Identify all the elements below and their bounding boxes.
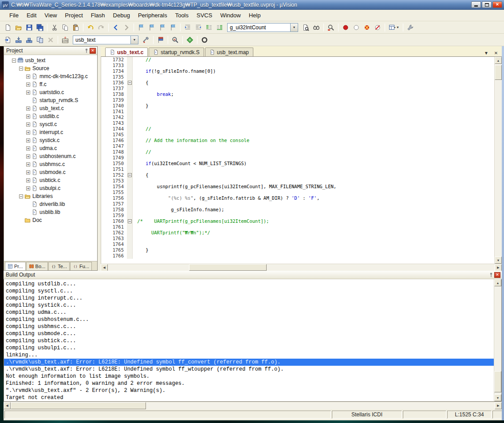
build-output-line[interactable]: compiling usbtick.c... — [4, 337, 494, 344]
expand-icon[interactable]: + — [26, 83, 30, 87]
menu-item-flash[interactable]: Flash — [87, 10, 109, 20]
menu-item-peripherals[interactable]: Peripherals — [134, 10, 171, 20]
tree-item-usbmode-c[interactable]: +usbmode.c — [4, 168, 97, 176]
translate-file-button[interactable] — [3, 35, 13, 45]
tree-item-libraries[interactable]: −Libraries — [4, 192, 97, 200]
panel-tab-fu[interactable]: ()Fu... — [70, 262, 92, 270]
file-extensions-button[interactable] — [155, 35, 166, 45]
redo-button[interactable] — [96, 23, 106, 32]
close-panel-icon[interactable]: ✕ — [90, 48, 96, 54]
tree-item-source[interactable]: −Source — [4, 64, 97, 72]
scroll-up-icon[interactable]: ▲ — [495, 57, 502, 64]
tree-item-mmc-dk-tm4c123g-c[interactable]: +mmc-dk-tm4c123g.c — [4, 72, 97, 80]
scroll-track[interactable] — [11, 402, 495, 409]
editor-vertical-scrollbar[interactable]: ▲ ▼ — [494, 57, 502, 264]
bookmark-prev-button[interactable] — [146, 23, 157, 32]
stop-build-button[interactable] — [45, 35, 56, 45]
build-output-line[interactable]: compiling udma.c... — [4, 309, 494, 316]
scroll-track[interactable] — [108, 264, 495, 271]
expand-icon[interactable]: + — [26, 138, 30, 142]
expand-icon[interactable]: + — [26, 75, 30, 79]
maximize-button[interactable] — [482, 1, 492, 8]
build-output-line[interactable]: .\rvmdk\usb_text.axf: Error: L6218E: Und… — [4, 359, 494, 366]
nav-back-button[interactable] — [110, 23, 121, 32]
scroll-thumb[interactable] — [495, 65, 502, 80]
expand-icon[interactable]: + — [26, 162, 30, 166]
tree-item-sysctl-c[interactable]: +sysctl.c — [4, 120, 97, 128]
menu-item-project[interactable]: Project — [61, 10, 87, 20]
expand-icon[interactable]: + — [26, 178, 30, 182]
bookmark-clear-all-button[interactable] — [168, 23, 178, 32]
rte-manage-button[interactable] — [185, 35, 195, 45]
expand-icon[interactable]: + — [26, 146, 30, 150]
chevron-down-icon[interactable]: ▼ — [396, 26, 399, 29]
build-output-line[interactable]: compiling interrupt.c... — [4, 295, 494, 302]
build-output-line[interactable]: linking... — [4, 352, 494, 359]
collapse-icon[interactable]: − — [12, 59, 16, 63]
batch-build-button[interactable] — [35, 35, 45, 45]
editor-horizontal-scrollbar[interactable]: ◀ ▶ — [101, 264, 502, 271]
expand-icon[interactable]: + — [26, 186, 30, 190]
build-output-line[interactable]: compiling ustdlib.c... — [4, 281, 494, 288]
build-output-line[interactable]: compiling usbhostenum.c... — [4, 316, 494, 323]
tree-item-usbhmsc-c[interactable]: +usbhmsc.c — [4, 160, 97, 168]
collapse-icon[interactable]: − — [19, 67, 23, 71]
tree-item-udma-c[interactable]: +udma.c — [4, 144, 97, 152]
paste-button[interactable] — [71, 23, 81, 32]
tree-item-systick-c[interactable]: +systick.c — [4, 136, 97, 144]
breakpoint-disable-button[interactable] — [351, 23, 362, 32]
scroll-thumb[interactable] — [11, 402, 146, 409]
menu-item-tools[interactable]: Tools — [171, 10, 193, 20]
fold-collapse-icon[interactable] — [128, 219, 132, 223]
tree-item-usblib-lib[interactable]: +usblib.lib — [4, 208, 97, 216]
scroll-down-icon[interactable]: ▼ — [494, 394, 501, 401]
tree-item-uartstdio-c[interactable]: +uartstdio.c — [4, 88, 97, 96]
scroll-track[interactable] — [495, 64, 502, 257]
window-layout-button[interactable]: ▼ — [387, 23, 401, 32]
tree-item-startup-rvmdk-s[interactable]: +startup_rvmdk.S — [4, 96, 97, 104]
build-output-line[interactable]: compiling sysctl.c... — [4, 288, 494, 295]
rebuild-all-button[interactable] — [24, 35, 35, 45]
fold-collapse-icon[interactable] — [128, 173, 132, 177]
scroll-left-icon[interactable]: ◀ — [101, 264, 108, 271]
vertical-splitter[interactable] — [98, 46, 101, 271]
scroll-up-icon[interactable]: ▲ — [494, 279, 501, 286]
new-file-button[interactable] — [3, 23, 13, 32]
cut-button[interactable] — [49, 23, 60, 32]
collapse-icon[interactable]: − — [19, 194, 23, 198]
menu-item-svcs[interactable]: SVCS — [193, 10, 216, 20]
bookmark-toggle-button[interactable] — [136, 23, 146, 32]
tree-item-interrupt-c[interactable]: +interrupt.c — [4, 128, 97, 136]
save-button[interactable] — [24, 23, 35, 32]
configure-button[interactable] — [405, 23, 416, 32]
find-in-files-next-button[interactable] — [311, 23, 322, 32]
build-output-line[interactable]: compiling usbmode.c... — [4, 330, 494, 337]
save-all-button[interactable] — [35, 23, 45, 32]
tree-item-driverlib-lib[interactable]: +driverlib.lib — [4, 200, 97, 208]
tree-item-ff-c[interactable]: +ff.c — [4, 80, 97, 88]
build-output-line[interactable]: Not enough information to list image sym… — [4, 373, 494, 380]
editor-tab-usb-text-c[interactable]: usb_text.c — [105, 47, 148, 56]
target-combobox[interactable]: usb_text ▼ — [73, 36, 138, 44]
download-flash-button[interactable]: LOAD — [60, 35, 71, 45]
search-combobox[interactable]: g_ui32IntCount ▼ — [227, 23, 298, 32]
fold-collapse-icon[interactable] — [128, 81, 132, 85]
build-horizontal-scrollbar[interactable]: ◀ ▶ — [4, 402, 502, 409]
build-target-button[interactable] — [13, 35, 24, 45]
nav-forward-button[interactable] — [121, 23, 132, 32]
bookmark-next-button[interactable] — [157, 23, 168, 32]
tree-item-usbulpi-c[interactable]: +usbulpi.c — [4, 184, 97, 192]
pack-installer-button[interactable] — [199, 35, 210, 45]
close-file-icon[interactable]: ✕ — [492, 49, 500, 56]
menu-item-debug[interactable]: Debug — [109, 10, 134, 20]
editor-tab-usb-text-map[interactable]: usb_text.map — [205, 47, 253, 56]
scroll-down-icon[interactable]: ▼ — [495, 257, 502, 264]
chevron-down-icon[interactable]: ▼ — [290, 24, 298, 32]
breakpoint-disable-all-button[interactable] — [372, 23, 383, 32]
scroll-track[interactable] — [494, 286, 501, 394]
panel-tab-pr[interactable]: Pr... — [5, 262, 26, 270]
tree-item-doc[interactable]: +Doc — [4, 216, 97, 224]
code-editor[interactable]: 1732 //17331734 if(!g_sFileInfo.fname[0]… — [101, 57, 494, 264]
tree-item-usb-text[interactable]: −usb_text — [4, 56, 97, 64]
debug-session-button[interactable]: d — [170, 35, 181, 45]
